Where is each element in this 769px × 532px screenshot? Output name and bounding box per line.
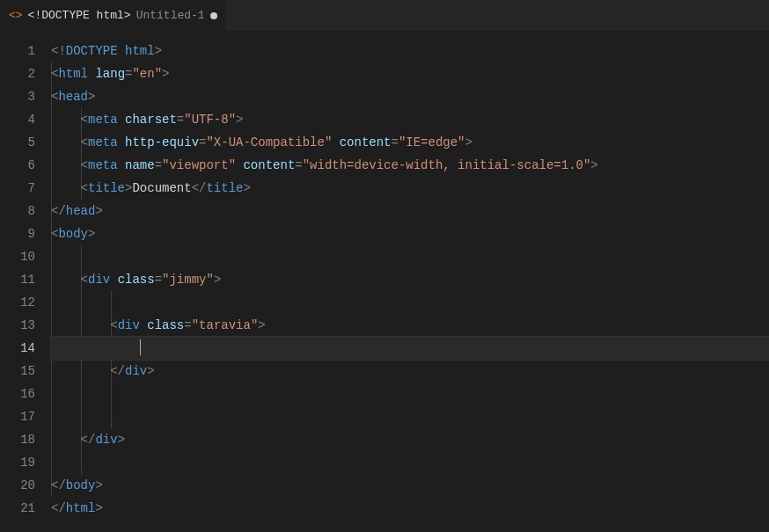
code-line[interactable]	[51, 451, 769, 474]
editor: 1 2 3 4 5 6 7 8 9 10 11 12 13 14 15 16 1…	[0, 31, 769, 532]
line-number[interactable]: 11	[0, 268, 35, 291]
editor-tab[interactable]: <> <!DOCTYPE html> Untitled-1	[0, 0, 227, 31]
line-number[interactable]: 12	[0, 291, 35, 314]
code-line[interactable]	[51, 405, 769, 428]
code-line[interactable]: <!DOCTYPE html>	[51, 40, 769, 62]
line-number[interactable]: 16	[0, 383, 35, 405]
code-line[interactable]: </div>	[51, 360, 769, 383]
line-number[interactable]: 1	[0, 40, 35, 62]
code-line[interactable]	[51, 383, 769, 405]
code-line[interactable]: <meta name="viewport" content="width=dev…	[51, 154, 769, 177]
line-number[interactable]: 7	[0, 177, 35, 200]
text-cursor	[140, 339, 141, 355]
line-number[interactable]: 5	[0, 131, 35, 154]
line-number[interactable]: 14	[0, 337, 35, 360]
code-line[interactable]: <title>Document</title>	[51, 177, 769, 200]
code-line[interactable]: <html lang="en">	[51, 62, 769, 85]
code-line[interactable]: </div>	[51, 428, 769, 451]
code-line[interactable]: <body>	[51, 222, 769, 245]
tab-filename: Untitled-1	[136, 9, 205, 22]
line-number[interactable]: 17	[0, 405, 35, 428]
line-number[interactable]: 18	[0, 428, 35, 451]
line-number[interactable]: 15	[0, 360, 35, 383]
tab-bar: <> <!DOCTYPE html> Untitled-1	[0, 0, 769, 31]
line-number[interactable]: 9	[0, 222, 35, 245]
code-line[interactable]: <meta http-equiv="X-UA-Compatible" conte…	[51, 131, 769, 154]
line-number[interactable]: 3	[0, 85, 35, 108]
code-area[interactable]: <!DOCTYPE html> <html lang="en"> <head> …	[51, 40, 769, 532]
unsaved-dot-icon	[210, 12, 217, 19]
code-line[interactable]: <head>	[51, 85, 769, 108]
line-number[interactable]: 10	[0, 245, 35, 268]
line-number[interactable]: 21	[0, 497, 35, 520]
code-line[interactable]: </html>	[51, 497, 769, 520]
code-line[interactable]: </body>	[51, 474, 769, 497]
code-line[interactable]: </head>	[51, 200, 769, 222]
tab-context: <!DOCTYPE html>	[28, 9, 131, 22]
code-line[interactable]	[51, 245, 769, 268]
line-number[interactable]: 8	[0, 200, 35, 222]
code-icon: <>	[9, 9, 23, 22]
code-line[interactable]	[51, 291, 769, 314]
line-number[interactable]: 20	[0, 474, 35, 497]
code-line[interactable]: <div class="jimmy">	[51, 268, 769, 291]
code-line[interactable]: <meta charset="UTF-8">	[51, 108, 769, 131]
line-number[interactable]: 6	[0, 154, 35, 177]
code-line[interactable]: <div class="taravia">	[51, 314, 769, 337]
line-number-gutter[interactable]: 1 2 3 4 5 6 7 8 9 10 11 12 13 14 15 16 1…	[0, 40, 51, 532]
line-number[interactable]: 19	[0, 451, 35, 474]
code-line-active[interactable]	[51, 337, 769, 360]
line-number[interactable]: 2	[0, 62, 35, 85]
line-number[interactable]: 13	[0, 314, 35, 337]
line-number[interactable]: 4	[0, 108, 35, 131]
